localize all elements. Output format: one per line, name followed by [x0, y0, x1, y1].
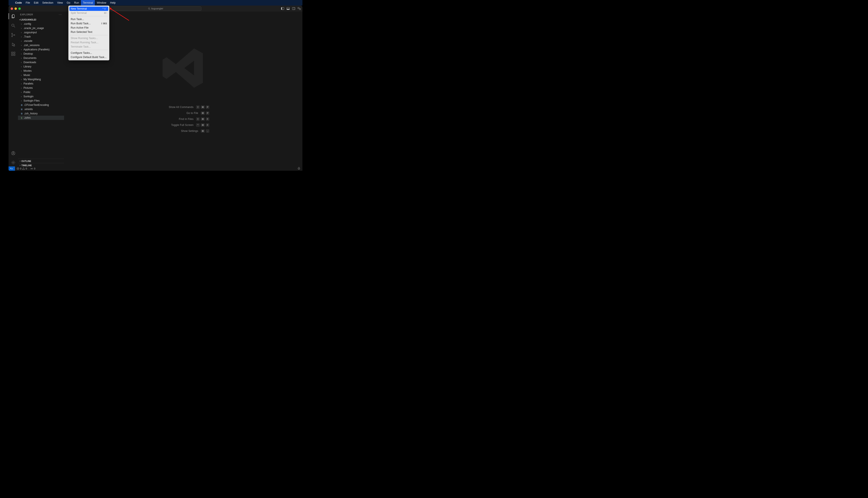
menu-terminal[interactable]: Terminal	[81, 0, 95, 5]
key: ⌘	[201, 123, 205, 127]
menu-file[interactable]: File	[24, 0, 32, 5]
toggle-panel-icon[interactable]	[286, 7, 290, 10]
accounts-icon[interactable]	[10, 150, 16, 156]
chevron-right-icon	[20, 74, 23, 76]
folder-item[interactable]: Sunlogin Files	[18, 99, 64, 103]
fullscreen-window-button[interactable]	[18, 8, 21, 10]
menu-item-label: New Terminal	[71, 7, 87, 10]
key: ⇧	[196, 117, 200, 121]
folder-item[interactable]: My WangWang	[18, 77, 64, 81]
item-label: .zsh_sessions	[24, 44, 39, 47]
file-item[interactable]: $.zshrc	[18, 116, 64, 120]
folder-item[interactable]: .zsh_sessions	[18, 43, 64, 47]
item-label: .vscode	[24, 39, 32, 42]
menu-item[interactable]: Run Active File	[68, 26, 109, 30]
folder-item[interactable]: Library	[18, 64, 64, 69]
menu-help[interactable]: Help	[108, 0, 118, 5]
menu-item[interactable]: Run Selected Text	[68, 30, 109, 34]
file-item[interactable]: .viminfo	[18, 107, 64, 112]
shortcut-keys: ⌘P	[201, 112, 209, 115]
item-label: Public	[24, 91, 30, 94]
chevron-right-icon	[20, 95, 23, 98]
menu-selection[interactable]: Selection	[40, 0, 55, 5]
remote-indicator[interactable]	[9, 167, 15, 171]
explorer-icon[interactable]	[10, 13, 16, 19]
item-label: .CFUserTextEncoding	[24, 104, 49, 106]
menu-app[interactable]: Code	[13, 0, 24, 5]
item-label: .Trash	[24, 35, 31, 38]
terminal-menu-dropdown: New Terminal⌃⇧`Split Terminal⌘\Run Task.…	[68, 5, 109, 61]
key: ⌘	[201, 112, 205, 115]
menu-item-label: Run Task...	[71, 18, 84, 21]
folder-item[interactable]: .vscode	[18, 39, 64, 43]
notifications-icon[interactable]	[297, 167, 300, 170]
shortcut-row: Go to File⌘P	[157, 112, 209, 115]
folder-item[interactable]: Documents	[18, 56, 64, 60]
toggle-secondary-sidebar-icon[interactable]	[292, 7, 295, 10]
folder-item[interactable]: .Trash	[18, 35, 64, 39]
source-control-icon[interactable]	[10, 32, 16, 38]
chevron-right-icon	[20, 70, 23, 72]
folder-item[interactable]: .sogouinput	[18, 30, 64, 35]
svg-point-6	[14, 35, 15, 36]
shortcut-label: Toggle Full Screen	[157, 123, 193, 127]
customize-layout-icon[interactable]	[298, 7, 301, 10]
menu-item[interactable]: Run Build Task...⇧⌘B	[68, 21, 109, 26]
ports-indicator[interactable]: 0	[29, 167, 37, 170]
menu-view[interactable]: View	[55, 0, 65, 5]
folder-item[interactable]: Sunlogin	[18, 94, 64, 99]
chevron-right-icon	[20, 36, 23, 38]
folder-item[interactable]: Applications (Parallels)	[18, 47, 64, 52]
key: ⌘	[201, 129, 205, 133]
file-item[interactable]: .CFUserTextEncoding	[18, 103, 64, 107]
file-tree: .config.oracle_jre_usage.sogouinput.Tras…	[18, 22, 64, 159]
manage-icon[interactable]	[10, 160, 16, 166]
chevron-right-icon	[20, 27, 23, 29]
chevron-right-icon	[20, 78, 23, 81]
sidebar-more-icon[interactable]: ···	[59, 13, 62, 16]
file-item[interactable]: .zsh_history	[18, 112, 64, 116]
menu-item[interactable]: Configure Tasks...	[68, 51, 109, 55]
folder-item[interactable]: .oracle_jre_usage	[18, 26, 64, 30]
folder-item[interactable]: Movies	[18, 69, 64, 73]
run-debug-icon[interactable]	[10, 41, 16, 47]
extensions-icon[interactable]	[10, 51, 16, 57]
folder-item[interactable]: Pictures	[18, 86, 64, 90]
chevron-right-icon	[20, 49, 23, 51]
shortcut-keys: ⇧⌘P	[196, 105, 209, 109]
folder-item[interactable]: Public	[18, 90, 64, 94]
minimize-window-button[interactable]	[14, 8, 17, 10]
toggle-primary-sidebar-icon[interactable]	[281, 7, 284, 10]
vscode-window: ← → liuguanglei	[9, 5, 303, 167]
menu-item: Show Running Tasks...	[68, 36, 109, 40]
menu-edit[interactable]: Edit	[32, 0, 40, 5]
menu-item[interactable]: Configure Default Build Task...	[68, 55, 109, 59]
problems-indicator[interactable]: 0 0	[15, 167, 29, 170]
shortcut-row: Toggle Full Screen⌃⌘F	[157, 123, 209, 127]
chevron-right-icon	[20, 44, 23, 47]
close-window-button[interactable]	[11, 8, 13, 10]
menu-window[interactable]: Window	[95, 0, 108, 5]
folder-item[interactable]: Parallels	[18, 81, 64, 86]
folder-item[interactable]: Desktop	[18, 52, 64, 56]
folder-item[interactable]: .config	[18, 22, 64, 26]
search-icon[interactable]	[10, 23, 16, 29]
menu-item-label: Run Build Task...	[71, 22, 91, 25]
outline-section[interactable]: OUTLINE	[18, 159, 64, 163]
chevron-right-icon	[20, 53, 23, 55]
broadcast-icon	[30, 167, 33, 170]
item-label: Applications (Parallels)	[24, 48, 50, 51]
folder-header[interactable]: LIUGUANGLEI	[18, 17, 64, 22]
folder-name: LIUGUANGLEI	[21, 18, 36, 21]
item-label: .sogouinput	[24, 31, 37, 34]
folder-item[interactable]: Downloads	[18, 60, 64, 64]
command-center-search[interactable]: liuguanglei	[110, 6, 201, 11]
menu-item[interactable]: New Terminal⌃⇧`	[69, 6, 108, 11]
menu-run[interactable]: Run	[72, 0, 81, 5]
folder-item[interactable]: Music	[18, 73, 64, 77]
search-text: liuguanglei	[151, 7, 163, 10]
menu-item: Split Terminal⌘\	[68, 11, 109, 15]
menu-go[interactable]: Go	[65, 0, 72, 5]
menu-item[interactable]: Run Task...	[68, 17, 109, 21]
item-label: My WangWang	[24, 78, 41, 81]
